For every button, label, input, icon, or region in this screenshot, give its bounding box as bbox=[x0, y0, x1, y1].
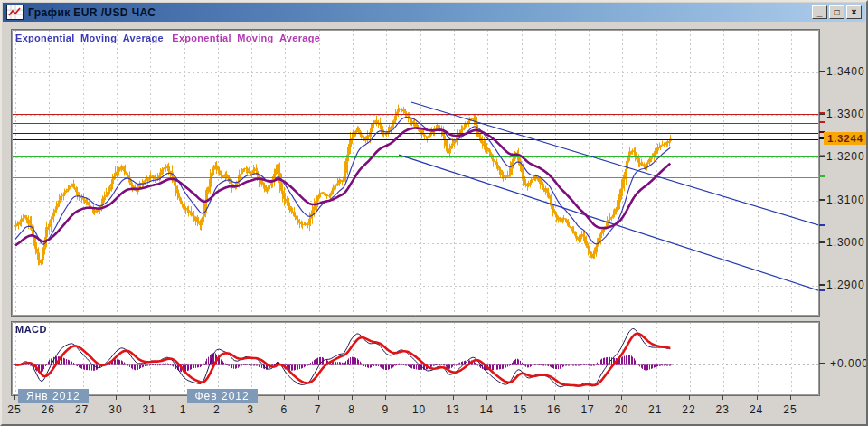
price-chart-panel[interactable]: Exponential_Moving_Average Exponential_M… bbox=[11, 29, 820, 317]
price-axis-label: 1.3300 bbox=[826, 108, 865, 120]
time-axis-label: 24 bbox=[743, 403, 770, 416]
time-axis-label: 9 bbox=[372, 403, 399, 416]
minimize-button[interactable]: _ bbox=[812, 5, 827, 19]
time-axis-tick bbox=[149, 395, 150, 400]
time-axis-tick bbox=[757, 395, 758, 400]
price-axis-tick bbox=[819, 284, 825, 286]
price-axis-label: 1.3100 bbox=[826, 194, 865, 206]
time-axis-label: 1 bbox=[170, 403, 197, 416]
macd-zero-label: +0.000 bbox=[830, 357, 868, 370]
time-axis-label: 6 bbox=[270, 403, 297, 416]
time-axis-label: 30 bbox=[102, 403, 129, 416]
price-axis-label: 1.3200 bbox=[826, 150, 865, 163]
level-tick bbox=[819, 175, 825, 177]
time-axis-tick bbox=[486, 395, 487, 400]
time-axis-label: 3 bbox=[237, 403, 264, 416]
time-axis-label: 22 bbox=[675, 403, 703, 416]
level-tick bbox=[819, 289, 825, 291]
price-axis-label: 1.3400 bbox=[826, 65, 865, 78]
chart-icon bbox=[6, 5, 24, 20]
month-marker: Янв 2012 bbox=[18, 389, 89, 403]
maximize-button[interactable]: □ bbox=[829, 5, 844, 19]
time-axis-label: 13 bbox=[439, 403, 467, 416]
time-axis-tick bbox=[14, 395, 15, 400]
time-axis-label: 14 bbox=[473, 403, 500, 416]
time-axis-tick bbox=[521, 395, 522, 400]
time-axis-tick bbox=[116, 395, 117, 400]
time-axis-label: 26 bbox=[34, 403, 61, 416]
level-tick bbox=[819, 155, 825, 156]
time-axis-label: 27 bbox=[69, 403, 96, 416]
window-titlebar[interactable]: График EUR /USD ЧАС _ □ × bbox=[3, 3, 865, 22]
time-axis-label: 25 bbox=[777, 403, 804, 416]
macd-zero-tick bbox=[819, 363, 825, 364]
time-axis-label: 31 bbox=[136, 403, 163, 416]
time-axis-label: 8 bbox=[338, 403, 365, 416]
chart-window: График EUR /USD ЧАС _ □ × Exponential_Mo… bbox=[0, 0, 868, 426]
time-axis-tick bbox=[420, 395, 420, 400]
level-tick bbox=[819, 224, 825, 226]
time-axis-tick bbox=[284, 395, 285, 400]
time-axis-tick bbox=[656, 395, 656, 400]
time-axis-label: 21 bbox=[642, 403, 669, 416]
price-axis-label: 1.3000 bbox=[826, 236, 865, 249]
close-button[interactable]: × bbox=[846, 5, 862, 19]
price-axis-tick bbox=[819, 71, 825, 72]
time-axis-label: 15 bbox=[507, 403, 534, 416]
level-tick bbox=[819, 121, 825, 123]
time-axis-label: 7 bbox=[305, 403, 332, 416]
time-axis-tick bbox=[453, 395, 454, 400]
time-axis-tick bbox=[722, 395, 723, 400]
time-axis-tick bbox=[352, 395, 353, 400]
time-axis-label: 2 bbox=[203, 403, 231, 416]
time-axis-label: 16 bbox=[541, 403, 568, 416]
time-axis-label: 23 bbox=[709, 403, 736, 416]
macd-panel[interactable]: MACD bbox=[11, 321, 820, 396]
window-title: График EUR /USD ЧАС bbox=[28, 6, 156, 19]
time-axis-label: 25 bbox=[1, 403, 28, 416]
time-axis-tick bbox=[621, 395, 622, 400]
time-axis-label: 20 bbox=[608, 403, 635, 416]
time-axis-tick bbox=[588, 395, 589, 400]
macd-canvas[interactable] bbox=[12, 322, 819, 395]
price-axis-label: 1.2900 bbox=[826, 279, 865, 291]
time-axis-tick bbox=[385, 395, 386, 400]
time-axis-label: 10 bbox=[406, 403, 433, 416]
price-axis-tick bbox=[819, 241, 825, 243]
time-axis-tick bbox=[184, 395, 184, 400]
price-chart-canvas[interactable] bbox=[12, 30, 819, 316]
time-axis-label: 17 bbox=[574, 403, 601, 416]
time-axis-tick bbox=[790, 395, 791, 400]
time-axis-tick bbox=[318, 395, 319, 400]
current-price-badge: 1.3244 bbox=[824, 132, 867, 145]
month-marker: Фев 2012 bbox=[187, 389, 258, 403]
time-axis-tick bbox=[554, 395, 555, 400]
time-axis-tick bbox=[689, 395, 690, 400]
level-tick bbox=[819, 112, 825, 114]
price-axis-tick bbox=[819, 199, 825, 201]
